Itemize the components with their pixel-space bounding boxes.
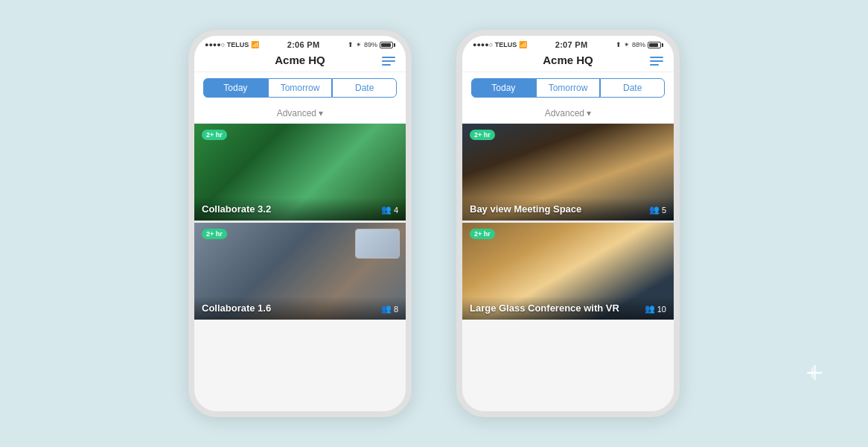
location-icon-2: ⬆ — [616, 41, 622, 48]
carrier-2: ●●●●○ TELUS 📶 — [473, 41, 527, 48]
battery-icon-1 — [380, 42, 395, 48]
menu-icon-1[interactable] — [382, 57, 395, 66]
duration-badge-1: 2+ hr — [202, 130, 227, 140]
person-icon-1: 👥 — [381, 205, 392, 215]
tab-bar-2: Today Tomorrow Date — [462, 72, 674, 104]
room-name-1: Collaborate 3.2 — [202, 203, 271, 215]
rooms-list-1: 2+ hr Collaborate 3.2 👥 4 — [194, 124, 406, 411]
duration-badge-4: 2+ hr — [470, 229, 495, 239]
room-card-large-glass[interactable]: 2+ hr Large Glass Conference with VR 👥 1… — [462, 223, 674, 320]
battery-pct-1: 89% — [364, 41, 377, 48]
room-overlay-2: Collaborate 1.6 👥 8 — [194, 297, 406, 320]
tab-tomorrow-1[interactable]: Tomorrow — [268, 78, 333, 98]
room-thumbnail-1 — [355, 229, 400, 259]
room-name-4: Large Glass Conference with VR — [470, 302, 619, 314]
battery-area-1: ⬆ ✴ 89% — [348, 41, 395, 48]
tab-bar-1: Today Tomorrow Date — [194, 72, 406, 104]
battery-area-2: ⬆ ✴ 88% — [616, 41, 663, 48]
battery-icon-2 — [648, 42, 663, 48]
status-bar-1: ●●●●○ TELUS 📶 2:06 PM ⬆ ✴ 89% — [194, 36, 406, 51]
app-title-2: Acme HQ — [543, 54, 593, 66]
status-bar-2: ●●●●○ TELUS 📶 2:07 PM ⬆ ✴ 88% — [462, 36, 674, 51]
bluetooth-icon-1: ✴ — [356, 41, 362, 48]
tab-today-2[interactable]: Today — [471, 78, 536, 98]
room-card-collaborate16[interactable]: 2+ hr Collaborate 1.6 👥 8 — [194, 223, 406, 320]
time-1: 2:06 PM — [287, 40, 320, 49]
wifi-icon-2: 📶 — [519, 41, 527, 48]
rooms-list-2: 2+ hr Bay view Meeting Space 👥 5 2+ hr — [462, 124, 674, 411]
duration-badge-3: 2+ hr — [470, 130, 495, 140]
room-card-collaborate32[interactable]: 2+ hr Collaborate 3.2 👥 4 — [194, 124, 406, 221]
carrier-1: ●●●●○ TELUS 📶 — [205, 41, 259, 48]
room-capacity-3: 👥 5 — [649, 205, 666, 215]
room-capacity-1: 👥 4 — [381, 205, 398, 215]
decorative-plus-area: + + — [806, 358, 823, 387]
tab-today-1[interactable]: Today — [203, 78, 268, 98]
phone-1: ●●●●○ TELUS 📶 2:06 PM ⬆ ✴ 89% — [188, 30, 412, 417]
app-header-1: Acme HQ — [194, 51, 406, 72]
person-icon-3: 👥 — [649, 205, 660, 215]
wifi-icon-1: 📶 — [251, 41, 259, 48]
room-capacity-4: 👥 10 — [645, 304, 666, 314]
advanced-bar-1[interactable]: Advanced ▾ — [194, 104, 406, 124]
bluetooth-icon-2: ✴ — [624, 41, 630, 48]
duration-badge-2: 2+ hr — [202, 229, 227, 239]
advanced-bar-2[interactable]: Advanced ▾ — [462, 104, 674, 124]
tab-tomorrow-2[interactable]: Tomorrow — [536, 78, 601, 98]
room-overlay-3: Bay view Meeting Space 👥 5 — [462, 197, 674, 221]
room-overlay-1: Collaborate 3.2 👥 4 — [194, 197, 406, 221]
room-capacity-2: 👥 8 — [381, 304, 398, 314]
battery-pct-2: 88% — [632, 41, 645, 48]
room-name-3: Bay view Meeting Space — [470, 203, 581, 215]
menu-icon-2[interactable] — [650, 57, 663, 66]
time-2: 2:07 PM — [555, 40, 588, 49]
tab-date-2[interactable]: Date — [600, 78, 665, 98]
app-header-2: Acme HQ — [462, 51, 674, 72]
location-icon-1: ⬆ — [348, 41, 354, 48]
phone-2: ●●●●○ TELUS 📶 2:07 PM ⬆ ✴ 88% — [456, 30, 680, 417]
tab-date-1[interactable]: Date — [332, 78, 397, 98]
room-card-bay-view[interactable]: 2+ hr Bay view Meeting Space 👥 5 — [462, 124, 674, 221]
person-icon-2: 👥 — [381, 304, 392, 314]
app-title-1: Acme HQ — [275, 54, 325, 66]
phone-frame-2: ●●●●○ TELUS 📶 2:07 PM ⬆ ✴ 88% — [456, 30, 680, 417]
person-icon-4: 👥 — [645, 304, 655, 314]
room-name-2: Collaborate 1.6 — [202, 302, 271, 314]
plus-icon-2: + — [806, 358, 823, 387]
room-overlay-4: Large Glass Conference with VR 👥 10 — [462, 297, 674, 320]
plus-icon-1: + — [806, 362, 818, 383]
phone-frame-1: ●●●●○ TELUS 📶 2:06 PM ⬆ ✴ 89% — [188, 30, 412, 417]
